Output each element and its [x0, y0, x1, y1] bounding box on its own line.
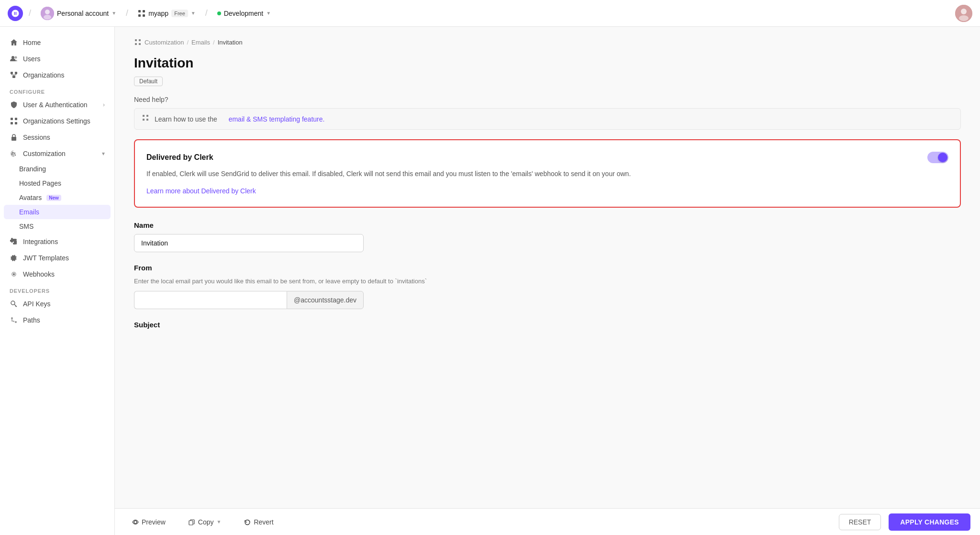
organizations-icon	[10, 71, 18, 79]
breadcrumb-emails[interactable]: Emails	[191, 39, 210, 46]
developers-section-label: DEVELOPERS	[0, 282, 114, 296]
name-input[interactable]	[134, 234, 364, 252]
main-content: Customization / Emails / Invitation Invi…	[115, 27, 980, 535]
sidebar-item-user-auth[interactable]: User & Authentication ›	[0, 97, 114, 113]
help-link[interactable]: email & SMS templating feature.	[229, 115, 325, 123]
sidebar-item-branding[interactable]: Branding	[0, 162, 114, 176]
sidebar-item-paths[interactable]: Paths	[0, 312, 114, 328]
grid-icon	[138, 10, 145, 17]
avatars-new-badge: New	[46, 195, 61, 201]
topbar-sep1: /	[29, 8, 31, 18]
env-switcher[interactable]: Development ▼	[213, 8, 275, 19]
sidebar: Home Users Organizations CONFIGURE User …	[0, 27, 115, 535]
lock-icon	[10, 133, 18, 142]
account-label: Personal account	[57, 10, 109, 17]
reset-button[interactable]: RESET	[839, 514, 881, 530]
svg-rect-37	[189, 521, 193, 525]
svg-point-11	[15, 56, 17, 59]
svg-rect-29	[139, 39, 141, 41]
revert-icon	[244, 519, 251, 525]
svg-point-8	[961, 9, 967, 14]
sidebar-item-home-label: Home	[23, 39, 41, 46]
breadcrumb-sep1: /	[187, 39, 189, 46]
clerk-card-header: Delivered by Clerk	[146, 152, 948, 163]
sidebar-item-organizations[interactable]: Organizations	[0, 67, 114, 83]
from-input[interactable]	[134, 291, 287, 309]
clerk-card-title: Delivered by Clerk	[146, 153, 213, 162]
sidebar-item-emails[interactable]: Emails	[4, 205, 111, 219]
svg-rect-18	[11, 122, 13, 124]
sidebar-item-paths-label: Paths	[23, 316, 40, 324]
users-icon	[10, 55, 18, 63]
sidebar-item-integrations[interactable]: Integrations	[0, 234, 114, 250]
sidebar-item-jwt[interactable]: JWT Templates	[0, 250, 114, 266]
svg-rect-30	[135, 43, 137, 45]
app-logo	[8, 6, 23, 21]
svg-rect-12	[12, 76, 15, 78]
page-title: Invitation	[134, 56, 961, 71]
svg-rect-16	[11, 118, 13, 120]
breadcrumb-current: Invitation	[218, 39, 243, 46]
delivered-by-clerk-toggle[interactable]	[927, 152, 948, 163]
sidebar-item-hosted-pages-label: Hosted Pages	[19, 179, 61, 187]
user-auth-chevron-icon: ›	[103, 101, 105, 108]
help-text: Learn how to use the	[155, 115, 217, 123]
sidebar-item-avatars-label: Avatars	[19, 194, 42, 201]
sidebar-item-jwt-label: JWT Templates	[23, 254, 69, 262]
sidebar-item-hosted-pages[interactable]: Hosted Pages	[0, 176, 114, 190]
sidebar-item-customization[interactable]: Customization ▾	[0, 145, 114, 162]
content-area: Customization / Emails / Invitation Invi…	[115, 27, 980, 508]
sidebar-item-api-keys[interactable]: API Keys	[0, 296, 114, 312]
sidebar-item-sessions[interactable]: Sessions	[0, 129, 114, 145]
default-tag: Default	[134, 77, 163, 86]
sidebar-item-org-settings[interactable]: Organizations Settings	[0, 113, 114, 129]
sidebar-item-webhooks[interactable]: Webhooks	[0, 266, 114, 282]
topbar-user[interactable]	[955, 5, 972, 22]
sidebar-item-sms[interactable]: SMS	[0, 219, 114, 234]
from-section: From Enter the local email part you woul…	[134, 264, 961, 309]
sidebar-item-emails-label: Emails	[19, 208, 39, 216]
sidebar-item-org-settings-label: Organizations Settings	[23, 117, 90, 125]
revert-button[interactable]: Revert	[236, 514, 281, 530]
svg-rect-4	[143, 10, 145, 12]
sidebar-item-users[interactable]: Users	[0, 51, 114, 67]
home-icon	[10, 38, 18, 47]
clerk-card-link[interactable]: Learn more about Delivered by Clerk	[146, 187, 256, 195]
svg-point-1	[45, 10, 50, 14]
svg-point-36	[134, 521, 137, 524]
copy-button[interactable]: Copy ▼	[181, 514, 229, 530]
breadcrumb-customization[interactable]: Customization	[145, 39, 184, 46]
svg-point-2	[44, 15, 51, 20]
app-badge: Free	[171, 10, 188, 17]
preview-button[interactable]: Preview	[124, 514, 173, 530]
sidebar-item-home[interactable]: Home	[0, 34, 114, 51]
svg-rect-28	[135, 39, 137, 41]
from-sublabel: Enter the local email part you would lik…	[134, 277, 961, 286]
svg-rect-6	[143, 14, 145, 17]
sidebar-item-customization-label: Customization	[23, 150, 66, 157]
svg-point-22	[12, 152, 13, 153]
account-switcher[interactable]: Personal account ▼	[37, 5, 120, 22]
app-switcher[interactable]: myapp Free ▼	[134, 8, 200, 19]
account-chevron-icon: ▼	[111, 11, 116, 16]
env-dot-icon	[217, 11, 221, 15]
apply-changes-button[interactable]: APPLY CHANGES	[889, 513, 970, 531]
sidebar-item-integrations-label: Integrations	[23, 238, 58, 245]
preview-label: Preview	[142, 518, 166, 526]
layout: Home Users Organizations CONFIGURE User …	[0, 27, 980, 535]
app-chevron-icon: ▼	[191, 11, 196, 16]
key-icon	[10, 300, 18, 308]
breadcrumb-icon	[134, 38, 142, 46]
svg-rect-32	[143, 115, 145, 117]
svg-point-26	[11, 317, 13, 319]
topbar-sep2: /	[126, 8, 128, 18]
bottom-bar: Preview Copy ▼ Revert RESET APPLY CHANGE…	[115, 508, 980, 535]
grid2-icon	[10, 117, 18, 125]
sidebar-item-sms-label: SMS	[19, 223, 33, 230]
sidebar-item-avatars[interactable]: Avatars New	[0, 190, 114, 205]
clerk-card-desc: If enabled, Clerk will use SendGrid to d…	[146, 169, 948, 179]
svg-rect-14	[15, 72, 17, 74]
user-avatar[interactable]	[955, 5, 972, 22]
need-help-text: Need help?	[134, 96, 961, 103]
puzzle-icon	[10, 237, 18, 246]
